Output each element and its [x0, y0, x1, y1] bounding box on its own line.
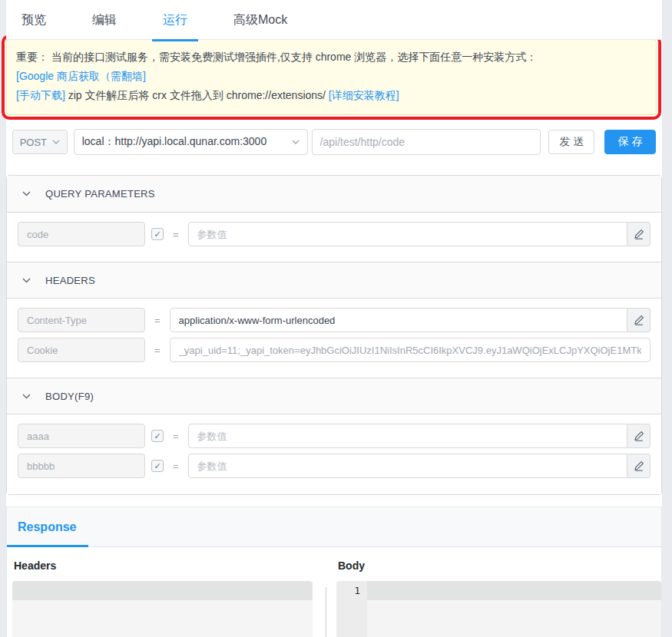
method-select-value: POST: [20, 137, 47, 148]
section-title: HEADERS: [45, 275, 95, 286]
edit-pencil-icon: [634, 315, 644, 325]
chevron-down-icon: [52, 140, 60, 144]
chevron-down-icon: [22, 394, 31, 399]
alert-line-2: [Google 商店获取（需翻墙]: [16, 67, 647, 86]
body-value-input[interactable]: [188, 424, 627, 448]
param-enabled-checkbox[interactable]: ✓: [151, 430, 164, 442]
yapi-run-page: 预览 编辑 运行 高级Mock 重要： 当前的接口测试服务，需安装免费测试增强插…: [0, 0, 672, 637]
tab-run[interactable]: 运行: [163, 0, 187, 40]
equals-sign: =: [173, 229, 179, 240]
edit-value-button[interactable]: [627, 222, 650, 246]
param-enabled-checkbox[interactable]: ✓: [151, 460, 164, 472]
response-headers-editor[interactable]: [12, 581, 313, 637]
header-value-input[interactable]: [170, 308, 627, 332]
header-row: =: [18, 338, 650, 362]
equals-sign: =: [173, 431, 179, 442]
section-title: BODY(F9): [45, 391, 94, 402]
query-parameters-body: ✓ =: [7, 213, 661, 262]
body-value-group: [188, 424, 650, 448]
chevron-down-icon: [22, 191, 31, 196]
edit-pencil-icon: [634, 431, 644, 441]
body-f9-body: ✓ = ✓ =: [7, 414, 661, 494]
send-button[interactable]: 发 送: [548, 130, 594, 154]
request-bar: POST local：http://yapi.local.qunar.com:3…: [6, 120, 662, 155]
tab-response[interactable]: Response: [18, 520, 76, 534]
param-enabled-checkbox[interactable]: ✓: [151, 228, 164, 240]
response-body-label: Body: [338, 559, 661, 572]
alert-line-1: 重要： 当前的接口测试服务，需安装免费测试增强插件,仅支持 chrome 浏览器…: [16, 48, 647, 67]
body-f9-header[interactable]: BODY(F9): [7, 378, 661, 414]
save-button[interactable]: 保 存: [604, 130, 656, 154]
request-params-collapse: QUERY PARAMETERS ✓ =: [6, 175, 662, 495]
response-card: Response Headers Body 1: [6, 507, 662, 637]
cookie-value-input[interactable]: [170, 338, 650, 362]
equals-sign: =: [173, 460, 179, 472]
environment-select-value: local：http://yapi.local.qunar.com:3000: [82, 135, 292, 149]
chevron-down-icon: [292, 140, 300, 144]
param-key-input[interactable]: [18, 222, 145, 246]
body-param-row: ✓ =: [18, 454, 650, 478]
body-key-input[interactable]: [18, 424, 145, 448]
edit-value-button[interactable]: [627, 454, 650, 478]
body-value-input[interactable]: [188, 454, 627, 478]
response-headers-column: Headers: [12, 559, 313, 637]
top-tabbar: 预览 编辑 运行 高级Mock: [6, 0, 662, 40]
body-value-group: [188, 454, 650, 478]
editor-active-line: [336, 581, 661, 600]
equals-sign: =: [154, 315, 161, 326]
column-divider: [326, 587, 326, 637]
edit-pencil-icon: [634, 229, 644, 239]
request-path-input[interactable]: [312, 129, 541, 155]
content-column: 预览 编辑 运行 高级Mock 重要： 当前的接口测试服务，需安装免费测试增强插…: [6, 0, 662, 637]
header-key-input[interactable]: [18, 338, 145, 362]
editor-line-number: 1: [336, 581, 360, 600]
header-key-input[interactable]: [18, 308, 145, 332]
edit-value-button[interactable]: [627, 424, 650, 448]
response-body-column: Body 1: [336, 559, 661, 637]
edit-value-button[interactable]: [627, 308, 650, 332]
headers-body: = =: [7, 299, 661, 378]
header-value-group: [170, 338, 650, 362]
install-plugin-alert: 重要： 当前的接口测试服务，需安装免费测试增强插件,仅支持 chrome 浏览器…: [6, 39, 657, 115]
tab-advanced-mock[interactable]: 高级Mock: [233, 0, 287, 40]
tab-preview[interactable]: 预览: [22, 0, 46, 40]
equals-sign: =: [154, 345, 161, 356]
manual-download-text: zip 文件解压后将 crx 文件拖入到 chrome://extensions…: [65, 89, 329, 101]
red-annotation-outline: 重要： 当前的接口测试服务，需安装免费测试增强插件,仅支持 chrome 浏览器…: [2, 35, 661, 120]
method-select[interactable]: POST: [12, 130, 68, 154]
param-row: ✓ =: [18, 222, 650, 246]
editor-active-line: [12, 581, 313, 600]
headers-header[interactable]: HEADERS: [7, 262, 661, 299]
alert-line-3: [手动下载] zip 文件解压后将 crx 文件拖入到 chrome://ext…: [16, 86, 647, 105]
edit-pencil-icon: [634, 460, 644, 471]
header-row: =: [18, 308, 650, 332]
body-param-row: ✓ =: [18, 424, 650, 448]
response-headers-label: Headers: [14, 559, 313, 572]
chevron-down-icon: [22, 278, 31, 283]
query-parameters-header[interactable]: QUERY PARAMETERS: [7, 176, 661, 213]
google-store-link[interactable]: [Google 商店获取（需翻墙]: [16, 70, 146, 82]
environment-select[interactable]: local：http://yapi.local.qunar.com:3000: [74, 129, 308, 155]
active-tab-inkbar: [7, 545, 88, 547]
response-tabbar: Response: [7, 507, 661, 547]
header-value-group: [170, 308, 650, 332]
manual-download-link[interactable]: [手动下载]: [16, 89, 65, 101]
body-key-input[interactable]: [18, 454, 145, 478]
tab-edit[interactable]: 编辑: [92, 0, 117, 40]
section-title: QUERY PARAMETERS: [45, 188, 155, 200]
response-content: Headers Body 1: [7, 547, 661, 637]
install-tutorial-link[interactable]: [详细安装教程]: [329, 89, 399, 101]
response-body-editor[interactable]: 1: [336, 581, 661, 637]
param-value-group: [188, 222, 650, 246]
param-value-input[interactable]: [188, 222, 627, 246]
